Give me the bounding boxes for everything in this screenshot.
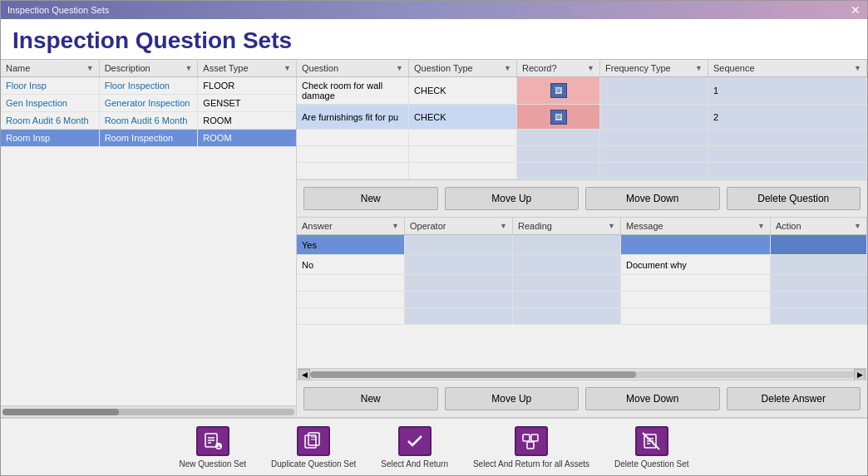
cell-asset-type: ROOM [198,130,296,146]
empty-row [297,292,867,308]
chevron-icon: ▼ [587,64,594,72]
delete-question-set-button[interactable]: Delete Question Set [614,426,689,469]
qcell-seq: 2 [708,105,867,129]
col-action[interactable]: Action ▼ [771,218,867,234]
col-question[interactable]: Question ▼ [297,60,409,76]
question-row[interactable]: Check room for wall damage CHECK 🖼 1 [297,77,867,105]
dup-qs-label: Duplicate Question Set [271,459,356,469]
answers-hscrollbar[interactable]: ◀ ▶ [297,368,867,380]
left-scroll-track [2,409,294,415]
select-all-assets-button[interactable]: Select And Return for all Assets [473,426,589,469]
table-row[interactable]: Room Audit 6 Month Room Audit 6 Month RO… [1,112,296,130]
acell-operator [405,255,513,274]
col-asset-type[interactable]: Asset Type ▼ [198,60,296,76]
move-up-answer-button[interactable]: Move Up [445,387,579,410]
qcell-freq [600,105,708,129]
main-window: Inspection Question Sets ✕ Inspection Qu… [0,0,868,476]
svg-rect-10 [523,434,530,441]
col-record[interactable]: Record? ▼ [517,60,600,76]
questions-section: Question ▼ Question Type ▼ Record? ▼ Fre… [297,59,867,218]
duplicate-question-set-button[interactable]: Duplicate Question Set [271,426,356,469]
table-row[interactable]: Floor Insp Floor Inspection FLOOR [1,77,296,95]
answer-row[interactable]: No Document why [297,255,867,275]
cell-name: Room Audit 6 Month [1,112,100,129]
move-up-question-button[interactable]: Move Up [445,187,579,210]
empty-row [297,163,867,179]
answers-section: Answer ▼ Operator ▼ Reading ▼ Message ▼ [297,218,867,417]
chevron-icon: ▼ [185,64,192,72]
new-question-button[interactable]: New [303,187,438,210]
new-answer-button[interactable]: New [303,387,438,410]
answer-buttons: New Move Up Move Down Delete Answer [297,380,867,417]
left-table-body: Floor Insp Floor Inspection FLOOR Gen In… [1,77,296,405]
qcell-record: 🖼 [517,105,600,129]
chevron-icon: ▼ [854,222,861,230]
col-sequence[interactable]: Sequence ▼ [708,60,867,76]
acell-reading [513,235,621,254]
delete-qs-icon [635,426,668,456]
acell-message [621,235,771,254]
chevron-icon: ▼ [500,222,507,230]
col-frequency[interactable]: Frequency Type ▼ [600,60,708,76]
col-description[interactable]: Description ▼ [100,60,199,76]
col-answer[interactable]: Answer ▼ [297,218,405,234]
left-scrollbar[interactable] [1,405,296,417]
close-icon[interactable]: ✕ [851,3,861,17]
right-panel: Question ▼ Question Type ▼ Record? ▼ Fre… [297,59,867,417]
qcell-record: 🖼 [517,77,600,104]
delete-qs-label: Delete Question Set [614,459,689,469]
select-return-button[interactable]: Select And Return [381,426,448,469]
title-bar: Inspection Question Sets ✕ [1,1,867,19]
qcell-question: Check room for wall damage [297,77,409,104]
col-name[interactable]: Name ▼ [1,60,100,76]
col-operator[interactable]: Operator ▼ [405,218,513,234]
question-empty-rows [297,130,867,179]
svg-text:+: + [216,444,220,451]
qcell-seq: 1 [708,77,867,104]
acell-action [771,235,867,254]
record-icon: 🖼 [550,83,567,98]
dup-qs-icon [297,426,330,456]
scroll-left-icon[interactable]: ◀ [298,369,310,380]
bottom-toolbar: + New Question Set Duplicate Question Se… [1,417,867,475]
table-row[interactable]: Room Insp Room Inspection ROOM [1,130,296,147]
chevron-icon: ▼ [504,64,511,72]
col-reading[interactable]: Reading ▼ [513,218,621,234]
cell-description: Floor Inspection [100,77,199,94]
chevron-icon: ▼ [284,64,291,72]
delete-answer-button[interactable]: Delete Answer [727,387,861,410]
chevron-icon: ▼ [396,64,403,72]
question-row[interactable]: Are furnishings fit for pu CHECK 🖼 2 [297,105,867,130]
scroll-right-icon[interactable]: ▶ [854,369,866,380]
left-panel: Name ▼ Description ▼ Asset Type ▼ Floor … [1,59,297,417]
table-row[interactable]: Gen Inspection Generator Inspection GENS… [1,95,296,112]
col-question-type[interactable]: Question Type ▼ [409,60,517,76]
chevron-icon: ▼ [608,222,615,230]
cell-description: Room Audit 6 Month [100,112,199,129]
acell-reading [513,255,621,274]
new-question-set-button[interactable]: + New Question Set [179,426,246,469]
new-qs-label: New Question Set [179,459,246,469]
move-down-question-button[interactable]: Move Down [585,187,720,210]
qcell-qtype: CHECK [409,77,517,104]
svg-line-17 [643,433,659,449]
col-message[interactable]: Message ▼ [621,218,771,234]
cell-name: Gen Inspection [1,95,100,111]
empty-row [297,275,867,292]
main-content: Name ▼ Description ▼ Asset Type ▼ Floor … [1,59,867,417]
answer-row[interactable]: Yes [297,235,867,255]
move-down-answer-button[interactable]: Move Down [585,387,720,410]
select-return-label: Select And Return [381,459,448,469]
chevron-icon: ▼ [854,64,861,72]
acell-answer: Yes [297,235,405,254]
svg-rect-11 [531,434,538,441]
scroll-thumb [310,371,636,378]
delete-question-button[interactable]: Delete Question [727,187,861,210]
answers-table-header: Answer ▼ Operator ▼ Reading ▼ Message ▼ [297,218,867,235]
qcell-qtype: CHECK [409,105,517,129]
chevron-icon: ▼ [86,64,94,72]
scroll-track [310,371,854,378]
cell-asset-type: FLOOR [198,77,296,94]
acell-operator [405,235,513,254]
acell-answer: No [297,255,405,274]
